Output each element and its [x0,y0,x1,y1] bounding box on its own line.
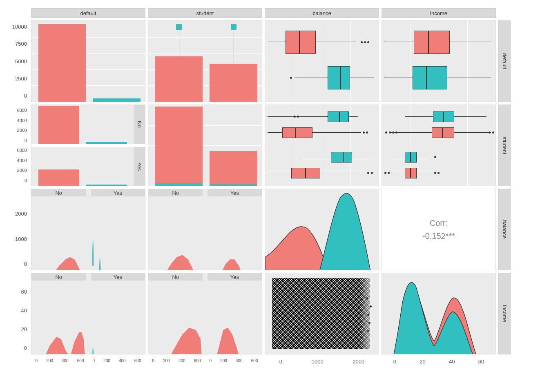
panel-balance-density [265,189,379,270]
col-strip-default: default [31,8,145,18]
corr-label: Corr: [422,216,455,229]
svg-marker-10 [208,327,248,354]
panel-student-income [382,105,496,186]
panel-balance-income-corr: Corr: -0.152*** [382,189,496,270]
svg-marker-8 [90,346,94,354]
x-axis-col1: 0200 400600 0200 400600 [31,357,145,369]
svg-marker-7 [31,332,85,354]
svg-marker-3 [92,237,94,266]
y-axis-row3: 2000 1000 0 [8,189,29,270]
panel-income-student: No Yes [148,273,262,354]
col-strip-balance: balance [265,8,379,18]
panel-student-default: No Yes [31,105,145,186]
panel-default-income [382,20,496,102]
x-axis-col4: 0 20 40 60 [382,357,496,369]
svg-marker-5 [208,259,251,270]
y-axis-row2: 60004000 20000 60004000 20000 [8,105,29,186]
panel-income-default: No Yes [31,273,145,354]
svg-marker-4 [148,255,201,270]
panel-balance-default: No Yes [31,189,145,270]
row-strip-income: income [498,273,511,354]
y-axis-row4: 60 40 20 0 [8,273,29,354]
row-strip-default: default [498,20,511,102]
row-strip-balance: balance [498,189,511,270]
facet-strip-yes: Yes [134,147,145,186]
panel-default-default [31,20,145,102]
panel-student-balance [265,105,379,186]
x-axis-col3: 0 1000 2000 [265,357,379,369]
panel-default-balance [265,20,379,102]
corr-value: -0.152*** [422,229,455,243]
panel-balance-student: No Yes [148,189,262,270]
x-axis-col2: 0200 400600 0200 400600 [148,357,262,369]
svg-marker-9 [148,327,202,354]
col-strip-income: income [382,8,496,18]
panel-income-density [382,273,496,354]
row-strip-student: student [498,105,511,186]
y-axis-row1: 100007500 50002500 0 [8,20,29,102]
pairs-plot-matrix: default student balance income 100007500… [8,8,541,369]
panel-default-student [148,20,262,102]
panel-income-balance-scatter [265,273,379,354]
col-strip-student: student [148,8,262,18]
panel-student-student [148,105,262,186]
facet-strip-no: No [134,105,145,144]
